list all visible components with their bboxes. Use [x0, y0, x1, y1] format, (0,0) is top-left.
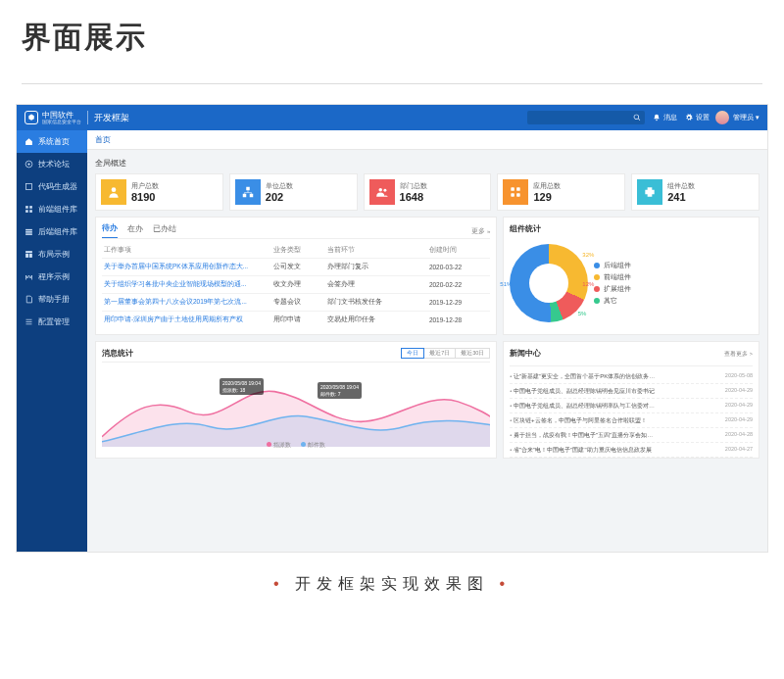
- table-row[interactable]: 关于组织学习各批中央企业智能现场模型的通...收文办理会签办理2020-02-2…: [102, 276, 490, 294]
- svg-rect-15: [243, 194, 247, 198]
- svg-rect-7: [25, 229, 32, 231]
- svg-rect-5: [25, 210, 28, 213]
- dashboard-screenshot: ⬢ 中国软件 国家信息安全平台 开发框架 消息 设置 管理员 ▾: [16, 104, 768, 553]
- search-icon: [633, 114, 641, 121]
- user-role[interactable]: 管理员 ▾: [733, 113, 760, 122]
- todo-more[interactable]: 更多 »: [471, 226, 490, 236]
- table-row[interactable]: 第一届董事会第四十八次会议2019年第七次流...专题会议部门文书核发任务201…: [102, 294, 490, 312]
- news-more[interactable]: 查看更多 >: [724, 351, 753, 358]
- sidebar-item-home[interactable]: 系统首页: [17, 130, 87, 153]
- brand-sub: 国家信息安全平台: [42, 120, 81, 124]
- gear-icon: [685, 114, 693, 121]
- tab-done[interactable]: 已办结: [153, 224, 176, 238]
- news-panel: 新闻中心 查看更多 > 让"新基建"更安全，全国首个基于PK体系的信创政务服务大…: [503, 341, 760, 459]
- todo-panel: 待办 在办 已办结 更多 » 工作事项业务类型当前环节创建时间 关于举: [95, 217, 497, 335]
- messages-link[interactable]: 消息: [653, 113, 677, 122]
- group-icon: [375, 185, 389, 199]
- sidebar: 系统首页 技术论坛 代码生成器 前端组件库 后端组件库 布局示例 程序示例 帮助…: [17, 130, 87, 552]
- stat-users[interactable]: 用户总数8190: [95, 173, 223, 211]
- svg-rect-3: [25, 206, 28, 209]
- stat-apps[interactable]: 应用总数129: [497, 173, 625, 211]
- svg-point-1: [27, 163, 29, 165]
- org-icon: [241, 185, 255, 199]
- table-row[interactable]: 关于举办首届中国系统PK体系应用创新作态大...公司发文办理部门复示2020-0…: [102, 259, 490, 276]
- app-title: 开发框架: [94, 112, 129, 124]
- search-input[interactable]: [527, 111, 645, 124]
- settings-link[interactable]: 设置: [685, 113, 710, 122]
- puzzle-icon: [643, 185, 657, 199]
- page-heading: 界面展示: [0, 0, 784, 73]
- sidebar-item-forum[interactable]: 技术论坛: [17, 153, 87, 175]
- svg-rect-10: [25, 251, 32, 253]
- stat-components[interactable]: 组件总数241: [631, 173, 760, 211]
- stat-units[interactable]: 单位总数202: [229, 173, 358, 211]
- svg-rect-12: [29, 254, 32, 258]
- news-item[interactable]: 区块链+云签名，中国电子与阿里签名合作啦联盟！2020-04-29: [510, 413, 753, 428]
- tab-todo[interactable]: 待办: [102, 223, 118, 238]
- stat-depts[interactable]: 部门总数1648: [364, 173, 492, 211]
- range-7d[interactable]: 最近7日: [424, 348, 456, 359]
- avatar[interactable]: [715, 111, 729, 124]
- chart-tooltip: 2020/05/08 19:04指派数: 18: [220, 378, 264, 395]
- chart-tooltip: 2020/05/08 19:04邮件数: 7: [318, 382, 362, 399]
- brand[interactable]: ⬢ 中国软件 国家信息安全平台: [24, 111, 81, 124]
- sidebar-item-program[interactable]: 程序示例: [17, 266, 87, 288]
- tab-doing[interactable]: 在办: [127, 224, 143, 238]
- top-bar: ⬢ 中国软件 国家信息安全平台 开发框架 消息 设置 管理员 ▾: [17, 105, 767, 130]
- svg-point-13: [112, 187, 117, 192]
- stat-cards: 用户总数8190 单位总数202 部门总数1648 应用总数129 组件总数24…: [95, 173, 760, 211]
- svg-rect-6: [29, 210, 32, 213]
- svg-rect-14: [246, 187, 250, 191]
- svg-rect-11: [25, 254, 28, 258]
- overview-title: 全局概述: [95, 158, 760, 169]
- sidebar-item-frontend[interactable]: 前端组件库: [17, 198, 87, 220]
- todo-table: 工作事项业务类型当前环节创建时间 关于举办首届中国系统PK体系应用创新作态大..…: [102, 243, 490, 328]
- sidebar-item-backend[interactable]: 后端组件库: [17, 220, 87, 243]
- component-chart-panel: 组件统计 32% 12% 5% 51% 后端组件 前: [503, 217, 760, 335]
- tab-bar: 首页: [87, 130, 767, 150]
- sidebar-item-config[interactable]: 配置管理: [17, 311, 87, 333]
- message-stats-panel: 消息统计 今日 最近7日 最近30日: [95, 341, 497, 459]
- bell-icon: [653, 114, 661, 121]
- area-chart: 2020/05/08 19:04指派数: 18 2020/05/08 19:04…: [102, 366, 490, 447]
- svg-rect-2: [26, 184, 32, 190]
- logo-icon: ⬢: [24, 111, 38, 124]
- svg-point-18: [383, 189, 386, 192]
- svg-rect-9: [25, 233, 32, 235]
- news-item[interactable]: 省"合来"电！中国电子"国建"助力重庆电信信息政发展2020-04-27: [510, 443, 753, 458]
- tab-home[interactable]: 首页: [95, 134, 111, 145]
- svg-rect-22: [517, 193, 521, 197]
- svg-point-17: [378, 188, 382, 192]
- news-item[interactable]: 让"新基建"更安全，全国首个基于PK体系的信创政务服务大...2020-05-0…: [510, 369, 753, 384]
- sidebar-item-layout[interactable]: 布局示例: [17, 243, 87, 266]
- svg-rect-16: [250, 194, 254, 198]
- news-item[interactable]: 中国电子党组成员、副总经理陈锡明会见应川市委书记2020-04-29: [510, 384, 753, 399]
- range-30d[interactable]: 最近30日: [456, 348, 490, 359]
- range-today[interactable]: 今日: [401, 348, 424, 359]
- figure-caption: • 开发框架实现效果图 •: [0, 574, 784, 595]
- user-icon: [107, 185, 121, 199]
- sidebar-item-help[interactable]: 帮助手册: [17, 288, 87, 311]
- svg-rect-20: [517, 187, 521, 191]
- chart-legend: 后端组件 前端组件 扩展组件 其它: [594, 259, 753, 309]
- svg-rect-8: [25, 231, 32, 233]
- svg-rect-21: [512, 193, 515, 197]
- main-content: 首页 全局概述 用户总数8190 单位总数202 部门总数1648 应用总数12…: [87, 130, 767, 552]
- svg-rect-4: [29, 206, 32, 209]
- table-row[interactable]: 用印申请-深圳房产由于土地使用周期所有产权用印申请交易处用印任务2019-12-…: [102, 312, 490, 329]
- divider: [87, 111, 88, 124]
- date-range: 今日 最近7日 最近30日: [401, 348, 490, 359]
- svg-rect-19: [512, 187, 515, 191]
- news-item[interactable]: 中国电子党组成员、副总经理陈锡明率队与工信委对接座谈会2020-04-29: [510, 399, 753, 413]
- sidebar-item-codegen[interactable]: 代码生成器: [17, 175, 87, 198]
- divider: [22, 83, 762, 84]
- apps-icon: [509, 185, 522, 199]
- news-item[interactable]: 勇于担当，战疫有我！中国电子"五四"直播分享会如约而至2020-04-28: [510, 428, 753, 443]
- donut-chart: 32% 12% 5% 51%: [510, 244, 588, 322]
